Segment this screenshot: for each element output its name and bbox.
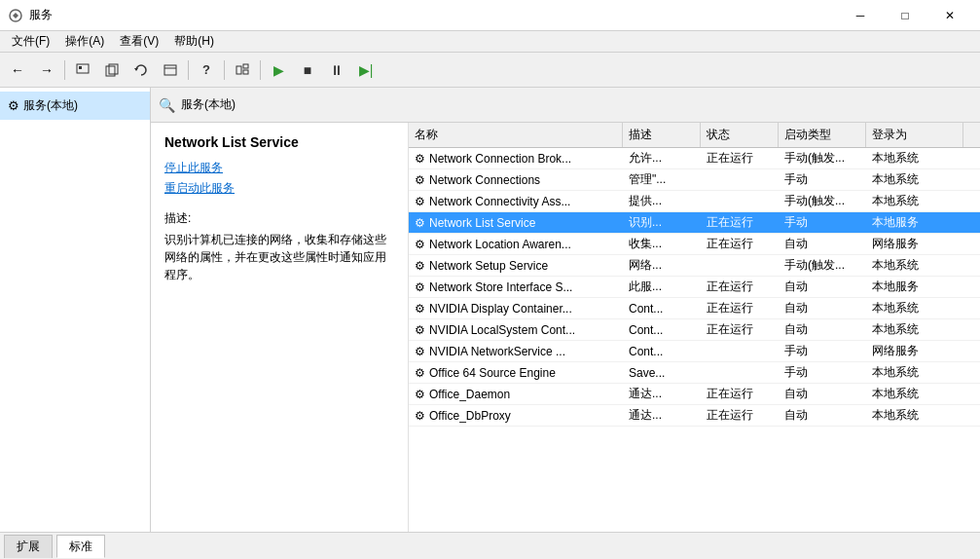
service-name-text: Network Connectivity Ass... bbox=[429, 195, 570, 208]
back-button[interactable]: ← bbox=[4, 56, 31, 84]
tab-expand[interactable]: 扩展 bbox=[4, 535, 53, 558]
service-login-cell: 网络服务 bbox=[866, 341, 963, 361]
status-bar: 扩展 标准 bbox=[0, 532, 980, 559]
col-header-name[interactable]: 名称 bbox=[409, 123, 623, 147]
service-login-cell: 网络服务 bbox=[866, 234, 963, 254]
service-status-cell: 正在运行 bbox=[701, 384, 779, 404]
pause-button[interactable]: ⏸ bbox=[323, 56, 350, 84]
col-header-login[interactable]: 登录为 bbox=[866, 123, 963, 147]
service-name-cell: ⚙Network Setup Service bbox=[409, 257, 623, 275]
table-row[interactable]: ⚙Network List Service识别...正在运行手动本地服务 bbox=[409, 212, 980, 234]
service-login-cell: 本地系统 bbox=[866, 255, 963, 276]
content-body: Network List Service 停止此服务 重启动此服务 描述: 识别… bbox=[151, 123, 980, 532]
service-name-cell: ⚙Network List Service bbox=[409, 214, 623, 232]
copy-button[interactable] bbox=[98, 56, 126, 84]
service-desc-cell: 此服... bbox=[623, 277, 701, 297]
service-icon: ⚙ bbox=[415, 366, 425, 380]
table-row[interactable]: ⚙Office_Daemon通达...正在运行自动本地系统 bbox=[409, 384, 980, 405]
service-login-cell: 本地系统 bbox=[866, 362, 963, 383]
properties-button[interactable] bbox=[229, 56, 256, 84]
table-row[interactable]: ⚙Network Setup Service网络...手动(触发...本地系统 bbox=[409, 255, 980, 277]
menu-help[interactable]: 帮助(H) bbox=[166, 31, 222, 52]
table-body: ⚙Network Connection Brok...允许...正在运行手动(触… bbox=[409, 148, 980, 427]
service-name-text: Network List Service bbox=[429, 216, 535, 230]
table-row[interactable]: ⚙NVIDIA LocalSystem Cont...Cont...正在运行自动… bbox=[409, 319, 980, 341]
service-desc-cell: Save... bbox=[623, 364, 701, 382]
service-name-text: Network Setup Service bbox=[429, 259, 548, 273]
service-status-cell: 正在运行 bbox=[701, 298, 779, 318]
service-icon: ⚙ bbox=[415, 152, 425, 166]
svg-rect-2 bbox=[79, 66, 82, 69]
table-row[interactable]: ⚙Office 64 Source EngineSave...手动本地系统 bbox=[409, 362, 980, 384]
table-row[interactable]: ⚙NVIDIA Display Container...Cont...正在运行自… bbox=[409, 298, 980, 319]
service-startup-cell: 自动 bbox=[779, 384, 866, 404]
table-row[interactable]: ⚙Network Connections管理"...手动本地系统 bbox=[409, 169, 980, 191]
service-status-cell bbox=[701, 200, 779, 204]
service-login-cell: 本地服务 bbox=[866, 277, 963, 297]
svg-rect-8 bbox=[236, 66, 241, 74]
export-button[interactable] bbox=[157, 56, 184, 84]
service-startup-cell: 自动 bbox=[779, 277, 866, 297]
up-button[interactable] bbox=[69, 56, 96, 84]
detail-service-title: Network List Service bbox=[164, 134, 394, 150]
service-desc-cell: 提供... bbox=[623, 191, 701, 211]
stop-button[interactable]: ■ bbox=[294, 56, 321, 84]
services-table[interactable]: 名称 描述 状态 启动类型 登录为 ⚙Network Connection Br… bbox=[409, 123, 980, 532]
detail-desc-text: 识别计算机已连接的网络，收集和存储这些网络的属性，并在更改这些属性时通知应用程序… bbox=[164, 231, 394, 283]
col-header-startup[interactable]: 启动类型 bbox=[779, 123, 866, 147]
service-startup-cell: 手动(触发... bbox=[779, 148, 866, 168]
service-name-text: NVIDIA NetworkService ... bbox=[429, 345, 565, 358]
service-startup-cell: 手动 bbox=[779, 169, 866, 190]
service-name-text: NVIDIA Display Container... bbox=[429, 302, 572, 316]
service-name-cell: ⚙Network Store Interface S... bbox=[409, 279, 623, 296]
service-icon: ⚙ bbox=[415, 195, 425, 208]
sidebar: ⚙ 服务(本地) bbox=[0, 88, 151, 532]
service-name-cell: ⚙Office_DbProxy bbox=[409, 407, 623, 425]
table-row[interactable]: ⚙Office_DbProxy通达...正在运行自动本地系统 bbox=[409, 405, 980, 427]
restart-service-link[interactable]: 重启动此服务 bbox=[164, 180, 394, 197]
svg-rect-10 bbox=[243, 70, 248, 74]
service-icon: ⚙ bbox=[415, 409, 425, 423]
service-status-cell bbox=[701, 350, 779, 354]
service-desc-cell: Cont... bbox=[623, 343, 701, 360]
service-startup-cell: 自动 bbox=[779, 319, 866, 340]
service-status-cell: 正在运行 bbox=[701, 148, 779, 168]
svg-marker-5 bbox=[134, 68, 138, 71]
toolbar-separator-4 bbox=[260, 60, 261, 80]
stop-service-link[interactable]: 停止此服务 bbox=[164, 160, 394, 176]
maximize-button[interactable]: □ bbox=[883, 0, 927, 31]
table-row[interactable]: ⚙Network Connection Brok...允许...正在运行手动(触… bbox=[409, 148, 980, 169]
table-row[interactable]: ⚙NVIDIA NetworkService ...Cont...手动网络服务 bbox=[409, 341, 980, 362]
menu-action[interactable]: 操作(A) bbox=[57, 31, 112, 52]
service-icon: ⚙ bbox=[415, 302, 425, 316]
svg-rect-9 bbox=[243, 64, 248, 68]
close-button[interactable]: ✕ bbox=[927, 0, 972, 31]
service-icon: ⚙ bbox=[415, 216, 425, 230]
refresh-button[interactable] bbox=[127, 56, 155, 84]
table-row[interactable]: ⚙Network Connectivity Ass...提供...手动(触发..… bbox=[409, 191, 980, 212]
service-name-text: Network Connections bbox=[429, 173, 540, 187]
service-login-cell: 本地系统 bbox=[866, 298, 963, 318]
tab-standard[interactable]: 标准 bbox=[56, 535, 105, 558]
menu-view[interactable]: 查看(V) bbox=[112, 31, 166, 52]
toolbar-separator-1 bbox=[64, 60, 65, 80]
svg-rect-6 bbox=[164, 65, 176, 75]
col-header-desc[interactable]: 描述 bbox=[623, 123, 701, 147]
minimize-button[interactable]: ─ bbox=[838, 0, 883, 31]
help-button[interactable]: ? bbox=[193, 56, 220, 84]
sidebar-item-label: 服务(本地) bbox=[23, 97, 78, 114]
forward-button[interactable]: → bbox=[33, 56, 60, 84]
table-header: 名称 描述 状态 启动类型 登录为 bbox=[409, 123, 980, 148]
start-button[interactable]: ▶ bbox=[265, 56, 292, 84]
col-header-status[interactable]: 状态 bbox=[701, 123, 779, 147]
table-row[interactable]: ⚙Network Store Interface S...此服...正在运行自动… bbox=[409, 277, 980, 298]
service-desc-cell: 网络... bbox=[623, 255, 701, 276]
menu-file[interactable]: 文件(F) bbox=[4, 31, 57, 52]
restart-button[interactable]: ▶| bbox=[352, 56, 380, 84]
sidebar-item-local-services[interactable]: ⚙ 服务(本地) bbox=[0, 92, 150, 120]
table-row[interactable]: ⚙Network Location Awaren...收集...正在运行自动网络… bbox=[409, 234, 980, 255]
service-icon: ⚙ bbox=[415, 388, 425, 401]
service-status-cell: 正在运行 bbox=[701, 234, 779, 254]
service-name-cell: ⚙Office_Daemon bbox=[409, 386, 623, 403]
service-desc-cell: 收集... bbox=[623, 234, 701, 254]
